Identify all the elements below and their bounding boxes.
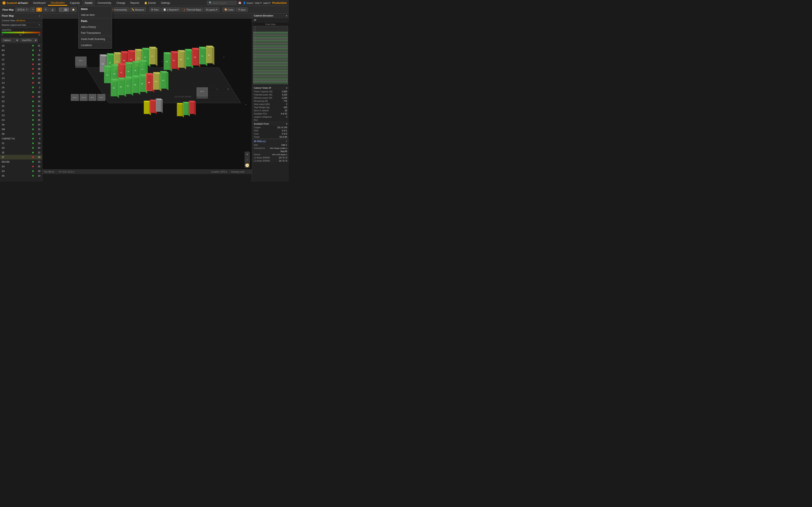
- floor-canvas[interactable]: 1A 1B 1C: [42, 18, 252, 174]
- cabinet-list-item[interactable]: CABINET-01 4: [0, 136, 42, 141]
- quick-search-box[interactable]: 🔍 Quick Search: [207, 1, 237, 5]
- cabinet-list-item[interactable]: 2F 22: [0, 108, 42, 113]
- parts-menu-item[interactable]: Parts: [79, 18, 112, 24]
- svg-text:1E: 1E: [130, 59, 132, 60]
- add-parts-menu-item[interactable]: Add a Part(s): [79, 24, 112, 30]
- cabinet-list-item[interactable]: 8H 6: [0, 48, 42, 53]
- filter-options-icon[interactable]: ⋮: [39, 39, 41, 42]
- cabinet-list-item[interactable]: 2A 2: [0, 85, 42, 90]
- cabinet-list-item[interactable]: 3H 29: [0, 169, 42, 173]
- svg-marker-171: [177, 103, 182, 116]
- cabinet-list-item[interactable]: 3C 19: [0, 141, 42, 146]
- sync-button[interactable]: ⟳ Sync: [236, 7, 248, 12]
- cabinet-item-name: 5M: [2, 128, 32, 130]
- items-menu-item[interactable]: Items: [79, 6, 112, 12]
- floor-3d-visualization: 1A 1B 1C: [42, 18, 252, 174]
- nav-connectivity[interactable]: Connectivity: [95, 0, 114, 6]
- cabinet-totals-title[interactable]: Cabinet Totals 3F ▾: [252, 86, 289, 90]
- cabinet-list-item[interactable]: 1B 22: [0, 53, 42, 57]
- coax-row: Coax 0 of 0: [252, 132, 289, 135]
- pdu-header[interactable]: 3F-PDU-L2 ▾: [252, 139, 289, 144]
- thermal-maps-button[interactable]: 🌡 Thermal Maps: [182, 8, 203, 12]
- reports-button[interactable]: 📋 1 Reports ▾: [161, 7, 181, 12]
- svg-text:1D: 1D: [123, 60, 125, 61]
- parts-section: Parts Add a Part(s) Part Transactions: [79, 18, 112, 36]
- cabinet-item-value: 22: [35, 54, 40, 56]
- filter-metric-select[interactable]: Used RUs: [20, 38, 38, 42]
- cabinet-list-item[interactable]: 1A 31: [0, 43, 42, 48]
- cabinet-list-item[interactable]: 1C 19: [0, 57, 42, 62]
- import-button[interactable]: 👤 Import: [243, 1, 253, 4]
- color-button[interactable]: 🎨 Color: [222, 7, 235, 12]
- zoom-in-button[interactable]: +: [245, 152, 250, 157]
- cabinet-list-item[interactable]: 3B 19: [0, 131, 42, 136]
- cabinet-list-item[interactable]: 2B 20: [0, 90, 42, 95]
- nav-settings[interactable]: Settings: [158, 0, 172, 6]
- print-button[interactable]: 🖨: [49, 8, 56, 12]
- cabinet-list-item[interactable]: 1E 38: [0, 66, 42, 71]
- locations-menu-item[interactable]: Locations: [79, 42, 112, 48]
- edit-legend-icon[interactable]: ✎: [39, 24, 40, 26]
- cabinet-list-item[interactable]: 1F 36: [0, 71, 42, 76]
- cabinet-list-item[interactable]: BDCB8 10: [0, 160, 42, 164]
- cabinet-item-name: 3G: [2, 165, 32, 168]
- cabinet-item-value: 36: [35, 72, 40, 75]
- refresh-button[interactable]: ↻: [43, 7, 49, 12]
- cabinet-list-item[interactable]: 1G 14: [0, 76, 42, 80]
- calendar-button[interactable]: 📅: [238, 1, 241, 4]
- svg-text:A: A: [245, 104, 247, 106]
- zoom-out-button[interactable]: -: [245, 157, 250, 162]
- cabinet-list-item[interactable]: 1D 40: [0, 62, 42, 66]
- add-item-menu-item[interactable]: Add an Item: [79, 12, 112, 18]
- cabinet-item-name: 2E: [2, 105, 32, 107]
- nav-visualization[interactable]: Visualization: [48, 0, 67, 6]
- help-button[interactable]: Help ▾: [255, 1, 262, 4]
- cabinet-list-item[interactable]: 1H 35: [0, 80, 42, 85]
- nav-change[interactable]: Change: [114, 0, 128, 6]
- nav-events[interactable]: 🔔 Events: [142, 0, 158, 6]
- cabinet-list-item[interactable]: 4A 19: [0, 173, 42, 178]
- part-transactions-menu-item[interactable]: Part Transactions: [79, 30, 112, 36]
- asset-audit-menu-item[interactable]: Asset Audit Scanning: [79, 36, 112, 42]
- svg-text:3C: 3C: [127, 85, 129, 87]
- effective-power-row: Effective power (W) 2,240: [252, 96, 289, 100]
- layers-button[interactable]: ⊟ Layers ▾: [204, 7, 219, 12]
- nav-reports[interactable]: Reports: [128, 0, 142, 6]
- cabinet-list-item[interactable]: 2H 26: [0, 118, 42, 122]
- tiles-button[interactable]: ⊞ Tiles: [149, 7, 160, 12]
- expand-right-icon[interactable]: »: [286, 14, 287, 17]
- collapse-left-button[interactable]: «: [39, 14, 40, 17]
- cabinet-list-item[interactable]: 2C 38: [0, 95, 42, 99]
- home-button[interactable]: 🏠: [70, 7, 77, 12]
- cabinet-list-item[interactable]: 3G 35: [0, 164, 42, 169]
- cabinet-list-item[interactable]: 3A 24: [0, 122, 42, 127]
- cabinet-list-item[interactable]: 3E 22: [0, 150, 42, 155]
- cabinet-item-name: 1F: [2, 72, 32, 75]
- sales-button[interactable]: sales ▾: [263, 1, 271, 4]
- map-dropdown-button[interactable]: [30, 7, 35, 12]
- nav-assets[interactable]: Assets: [82, 0, 95, 6]
- cabinet-list-item[interactable]: 2E 20: [0, 104, 42, 108]
- floor-map-header-bar: [42, 13, 252, 18]
- nav-capacity[interactable]: Capacity: [67, 0, 82, 6]
- cabinet-item-value: 29: [35, 170, 40, 172]
- site-selector[interactable]: SITE A: [15, 8, 30, 12]
- compass-button[interactable]: 🧭: [245, 163, 250, 168]
- cabinet-list-item[interactable]: 5M 15: [0, 127, 42, 131]
- settings-button[interactable]: ⚙: [36, 7, 42, 12]
- cabinet-item-value: 15: [35, 128, 40, 130]
- layers-icon: ⊟: [206, 8, 208, 11]
- cabinet-list-item[interactable]: 2G 25: [0, 113, 42, 118]
- filter-type-select[interactable]: Cabinet: [1, 38, 19, 42]
- nav-dashboard[interactable]: Dashboard: [31, 0, 48, 6]
- left-panel: Floor Map « Current View: All Items Repo…: [0, 13, 42, 182]
- measure-button[interactable]: 📏 Measure: [130, 7, 146, 12]
- available-ports-title[interactable]: Available Ports ▾: [252, 122, 289, 126]
- cabinet-status-dot: [32, 119, 34, 121]
- cabinet-list-item[interactable]: 3D 24: [0, 146, 42, 150]
- cabinet-list-item[interactable]: 2D 16: [0, 99, 42, 104]
- cabinet-list-item[interactable]: 3F 38: [0, 155, 42, 160]
- svg-text:UPS-B: UPS-B: [82, 97, 86, 98]
- 3d-view-button[interactable]: ⬛ 3D: [59, 7, 69, 12]
- connectivity-button[interactable]: ☀ Connectivity: [109, 7, 129, 12]
